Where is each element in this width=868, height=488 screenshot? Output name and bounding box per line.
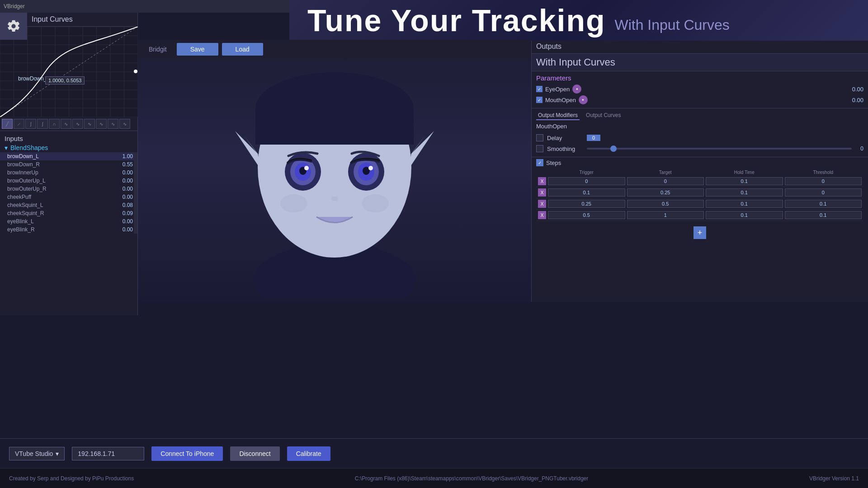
steps-check[interactable]: ✓ <box>536 159 543 166</box>
step-row: X 0.5 1 0.1 0.1 <box>536 210 863 221</box>
param-row-mouthopen: ✓ MouthOpen ✦ 0.00 <box>536 94 863 105</box>
smoothing-slider[interactable] <box>587 148 852 150</box>
curve-icon-wave3[interactable]: ∿ <box>84 119 95 129</box>
smoothing-check[interactable] <box>536 145 543 152</box>
blend-shape-row[interactable]: eyeBlink_L0.00 <box>0 217 137 225</box>
blend-shape-row[interactable]: browOuterUp_L0.00 <box>0 177 137 185</box>
disconnect-label: Disconnect <box>239 450 270 457</box>
blend-shape-row[interactable]: cheekPuff0.00 <box>0 193 137 201</box>
delay-check[interactable] <box>536 134 543 141</box>
steps-label: Steps <box>546 160 561 166</box>
svg-point-24 <box>362 194 389 212</box>
step-trigger[interactable]: 0.5 <box>548 211 625 219</box>
step-delete-button[interactable]: X <box>538 211 546 219</box>
status-bar: Created by Serp and Designed by PiPu Pro… <box>0 468 868 488</box>
eyeopen-check[interactable]: ✓ <box>536 86 542 92</box>
bottom-bar: VTube Studio ▾ Connect To iPhone Disconn… <box>0 438 868 468</box>
step-trigger[interactable]: 0.1 <box>548 188 625 197</box>
step-target[interactable]: 1 <box>627 211 704 219</box>
blend-shape-value: 0.00 <box>115 178 133 184</box>
with-input-curves-header: With Input Curves <box>532 54 868 71</box>
delay-label: Delay <box>547 135 583 141</box>
blend-shape-value: 0.00 <box>115 186 133 192</box>
steps-section: ✓ Steps Trigger Target Hold Time Thresho… <box>532 157 868 241</box>
add-step-button[interactable]: + <box>693 226 706 239</box>
smoothing-row: Smoothing 0 <box>536 143 863 154</box>
inputs-section: Inputs ▾ BlendShapes browDown_L1.00browD… <box>0 131 137 235</box>
mouthopen-val: 0.00 <box>852 97 863 103</box>
curve-icon-bump[interactable]: ∩ <box>49 119 60 129</box>
curve-icon-wave5[interactable]: ∿ <box>108 119 118 129</box>
blend-shapes-list: browDown_L1.00browDown_R0.55browInnerUp0… <box>0 152 137 234</box>
step-delete-button[interactable]: X <box>538 177 546 185</box>
smoothing-slider-area: 0 <box>587 145 863 152</box>
steps-row: ✓ Steps <box>536 159 863 166</box>
curve-icon-wave1[interactable]: ∿ <box>61 119 71 129</box>
blend-shapes-arrow: ▾ <box>5 144 8 151</box>
mouthopen-check[interactable]: ✓ <box>536 97 542 103</box>
step-target[interactable]: 0.5 <box>627 200 704 208</box>
step-trigger[interactable]: 0.25 <box>548 200 625 208</box>
delay-value[interactable]: 0 <box>587 135 600 141</box>
modifiers-tabs: Output Modifiers Output Curves <box>536 111 863 120</box>
curve-icon-wave2[interactable]: ∿ <box>72 119 83 129</box>
step-rows-container: X 0 0 0.1 0 X 0.1 0.25 0.1 0 X 0.25 0.5 … <box>536 176 863 221</box>
step-holdtime[interactable]: 0.1 <box>706 188 783 197</box>
connect-iphone-label: Connect To iPhone <box>160 450 214 457</box>
curve-icon-line[interactable]: ╱ <box>2 119 13 129</box>
hero-subtitle: With Input Curves <box>614 17 729 33</box>
connect-iphone-button[interactable]: Connect To iPhone <box>151 446 223 461</box>
blend-shape-row[interactable]: browInnerUp0.00 <box>0 169 137 177</box>
disconnect-button[interactable]: Disconnect <box>230 446 279 461</box>
gear-button[interactable] <box>0 13 27 40</box>
vtube-studio-label: VTube Studio <box>15 450 53 457</box>
step-holdtime[interactable]: 0.1 <box>706 200 783 208</box>
blend-shape-row[interactable]: browOuterUp_R0.00 <box>0 185 137 193</box>
vtube-studio-select[interactable]: VTube Studio ▾ <box>9 447 65 460</box>
curve-icon-wave4[interactable]: ∿ <box>96 119 107 129</box>
step-threshold[interactable]: 0 <box>785 177 862 185</box>
svg-point-19 <box>368 166 373 170</box>
step-trigger[interactable]: 0 <box>548 177 625 185</box>
step-delete-button[interactable]: X <box>538 188 546 197</box>
blend-shape-name: browOuterUp_R <box>7 186 47 192</box>
curve-icon-diagonal[interactable]: ⟋ <box>14 119 24 129</box>
output-modifiers-tab[interactable]: Output Modifiers <box>536 111 580 120</box>
save-button[interactable]: Save <box>177 43 218 56</box>
filepath-text: C:\Program Files (x86)\Steam\steamapps\c… <box>134 475 809 482</box>
step-threshold[interactable]: 0.1 <box>785 211 862 219</box>
step-target[interactable]: 0.25 <box>627 188 704 197</box>
blend-shape-row[interactable]: browDown_R0.55 <box>0 160 137 169</box>
mouthopen-icon: ✦ <box>579 95 588 104</box>
parameters-title: Parameters <box>536 74 863 82</box>
curve-icon-scurve[interactable]: ∫ <box>25 119 36 129</box>
param-row-eyeopen: ✓ EyeOpen ✦ 0.00 <box>536 84 863 94</box>
step-delete-button[interactable]: X <box>538 200 546 208</box>
curve-icon-scurve2[interactable]: ∫ <box>37 119 48 129</box>
gear-icon <box>6 19 21 33</box>
col-trigger: Trigger <box>548 170 625 175</box>
blend-shape-value: 0.09 <box>115 210 133 216</box>
blend-shape-row[interactable]: cheekSquint_R0.09 <box>0 209 137 217</box>
blend-shapes-scrollbar[interactable] <box>134 152 137 234</box>
step-holdtime[interactable]: 0.1 <box>706 177 783 185</box>
calibrate-button[interactable]: Calibrate <box>287 446 330 461</box>
credits-text: Created by Serp and Designed by PiPu Pro… <box>9 475 134 482</box>
blend-shape-row[interactable]: cheekSquint_L0.08 <box>0 201 137 209</box>
blend-shape-name: eyeBlink_R <box>7 226 35 233</box>
step-threshold[interactable]: 0 <box>785 188 862 197</box>
curve-area[interactable]: browDown_L 1.0000, 0.5053 <box>0 27 138 117</box>
step-target[interactable]: 0 <box>627 177 704 185</box>
output-curves-tab[interactable]: Output Curves <box>584 111 623 120</box>
curve-tooltip-label: browDown_L <box>18 75 50 82</box>
modifiers-section: Output Modifiers Output Curves MouthOpen… <box>532 108 868 157</box>
load-button[interactable]: Load <box>222 43 263 56</box>
step-threshold[interactable]: 0.1 <box>785 200 862 208</box>
blend-shape-row[interactable]: browDown_L1.00 <box>0 152 137 160</box>
svg-rect-22 <box>255 108 414 145</box>
ip-input[interactable] <box>72 447 144 460</box>
step-holdtime[interactable]: 0.1 <box>706 211 783 219</box>
blend-shape-row[interactable]: eyeBlink_R0.00 <box>0 225 137 234</box>
curve-icon-wave6[interactable]: ∿ <box>119 119 130 129</box>
smoothing-label: Smoothing <box>547 145 583 152</box>
